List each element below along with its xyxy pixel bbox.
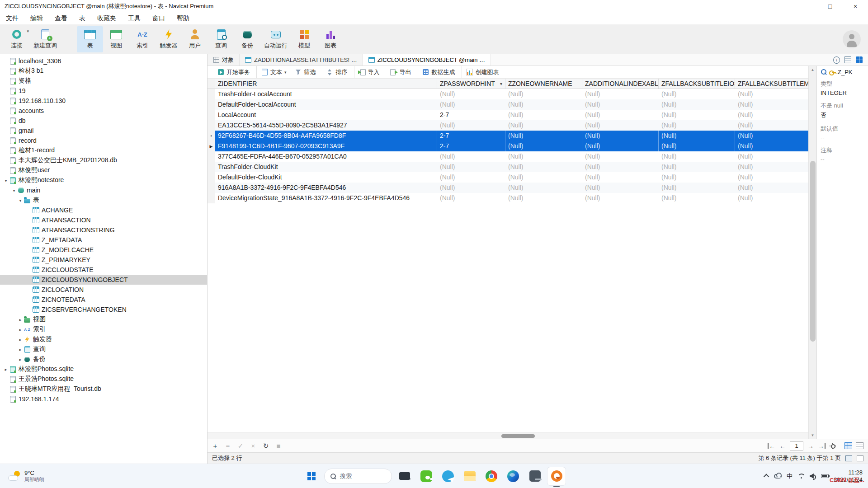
- tree-expander-icon[interactable]: ▾: [11, 188, 17, 193]
- previous-page-button[interactable]: ←: [779, 442, 786, 450]
- table-cell[interactable]: (Null): [582, 151, 659, 162]
- table-cell[interactable]: (Null): [735, 172, 810, 183]
- wifi-icon[interactable]: [797, 474, 805, 479]
- table-cell[interactable]: TrashFolder-CloudKit: [215, 162, 437, 172]
- table-cell[interactable]: (Null): [582, 193, 659, 203]
- tree-item[interactable]: 林俊熙user: [0, 165, 207, 175]
- taskbar-app-chrome[interactable]: [482, 467, 500, 485]
- table-cell[interactable]: (Null): [659, 141, 735, 151]
- form-view-toggle-icon[interactable]: [856, 442, 863, 449]
- tree-item[interactable]: 19: [0, 86, 207, 96]
- apply-changes-button[interactable]: ✓: [237, 442, 244, 450]
- table-cell[interactable]: (Null): [505, 99, 582, 110]
- taskbar-app-monitor[interactable]: [396, 467, 414, 485]
- horizontal-scrollbar-thumb[interactable]: [501, 434, 535, 438]
- toolbar-button[interactable]: 备份: [234, 26, 260, 52]
- taskbar-app-navicat[interactable]: [547, 467, 566, 485]
- panel-grid-blue-icon[interactable]: [856, 56, 863, 63]
- table-cell[interactable]: 377C465E-FDFA-446E-B670-052957A01CA0: [215, 151, 437, 162]
- tree-expander-icon[interactable]: ▾: [3, 178, 9, 183]
- first-page-button[interactable]: ←: [768, 443, 775, 449]
- menu-item[interactable]: 查看: [49, 12, 73, 24]
- grid-toolbar-button[interactable]: 导入: [354, 66, 386, 78]
- grid-toolbar-button[interactable]: 文本 ▾: [257, 66, 291, 78]
- battery-icon[interactable]: [821, 474, 829, 478]
- grid-toolbar-button[interactable]: 排序: [322, 66, 354, 78]
- table-row[interactable]: 377C465E-FDFA-446E-B670-052957A01CA0(Nul…: [208, 151, 808, 162]
- toolbar-button[interactable]: 视图: [103, 26, 129, 52]
- table-cell[interactable]: 2-7: [437, 141, 505, 151]
- filter-caret-icon[interactable]: ▾: [500, 81, 502, 86]
- table-cell[interactable]: (Null): [505, 120, 582, 131]
- toolbar-button[interactable]: 图表: [317, 26, 344, 52]
- tree-item[interactable]: ZICCLOUDSTATE: [0, 265, 207, 275]
- scroll-up-arrow-icon[interactable]: ▲: [809, 66, 816, 73]
- user-avatar[interactable]: [843, 30, 861, 48]
- table-cell[interactable]: (Null): [735, 120, 810, 131]
- tab[interactable]: ZADDITIONALASSETATTRIBUTES! …: [240, 54, 363, 66]
- tree-item[interactable]: ▸ 林浚熙Photos.sqlite: [0, 364, 207, 374]
- toolbar-button[interactable]: 查询: [208, 26, 234, 52]
- table-cell[interactable]: (Null): [735, 131, 810, 141]
- toolbar-button[interactable]: 触发器: [156, 26, 182, 52]
- menu-item[interactable]: 文件: [0, 12, 24, 24]
- statusbar-form-icon[interactable]: [857, 455, 863, 461]
- tree-item[interactable]: db: [0, 116, 207, 126]
- table-cell[interactable]: (Null): [437, 89, 505, 99]
- tree-item[interactable]: gmail: [0, 126, 207, 136]
- table-cell[interactable]: (Null): [582, 162, 659, 172]
- table-cell[interactable]: F9148199-1C6D-4B1F-9607-02093C913A9F: [215, 141, 437, 151]
- table-cell[interactable]: (Null): [735, 151, 810, 162]
- taskbar-clock[interactable]: 11:28 2022/11/24 CSDN @五...: [834, 469, 863, 483]
- table-cell[interactable]: (Null): [437, 193, 505, 203]
- column-header[interactable]: ZIDENTIFIER: [215, 79, 437, 89]
- minimize-button[interactable]: —: [792, 0, 817, 12]
- scroll-down-arrow-icon[interactable]: ▼: [809, 432, 816, 439]
- column-header[interactable]: ZFALLBACKSUBTITLEIOS: [659, 79, 735, 89]
- tree-item[interactable]: Z_MODELCACHE: [0, 245, 207, 255]
- grid-toolbar-button[interactable]: 导出: [386, 66, 418, 78]
- table-cell[interactable]: (Null): [582, 141, 659, 151]
- table-cell[interactable]: (Null): [505, 151, 582, 162]
- menu-item[interactable]: 编辑: [24, 12, 49, 24]
- table-row[interactable]: TrashFolder-LocalAccount(Null)(Null)(Nul…: [208, 89, 808, 99]
- table-cell[interactable]: EA13CCE5-5614-455D-8090-2C5B3A1F4927: [215, 120, 437, 131]
- tree-item[interactable]: 192.168.1.174: [0, 394, 207, 404]
- table-row[interactable]: LocalAccount2-7(Null)(Null)(Null)(Null): [208, 110, 808, 120]
- tree-item[interactable]: 李大辉公交巴士KMB_20201208.db: [0, 155, 207, 165]
- start-button[interactable]: [302, 467, 321, 485]
- toolbar-button[interactable]: 用户: [182, 26, 208, 52]
- table-row[interactable]: ▶ F9148199-1C6D-4B1F-9607-02093C913A9F2-…: [208, 141, 808, 151]
- tree-item[interactable]: ZICNOTEDATA: [0, 295, 207, 305]
- info-icon[interactable]: [833, 56, 840, 63]
- maximize-button[interactable]: □: [817, 0, 843, 12]
- tree-item[interactable]: Z_METADATA: [0, 235, 207, 245]
- tree-item[interactable]: accounts: [0, 106, 207, 116]
- grid-toolbar-button[interactable]: 数据生成: [418, 66, 462, 78]
- table-cell[interactable]: 2-7: [437, 131, 505, 141]
- table-cell[interactable]: (Null): [582, 120, 659, 131]
- tree-item[interactable]: ▸ 索引: [0, 324, 207, 334]
- tree-expander-icon[interactable]: ▾: [17, 198, 24, 203]
- grid-toolbar-button[interactable]: 创建图表: [462, 66, 505, 78]
- table-cell[interactable]: (Null): [437, 99, 505, 110]
- tree-item[interactable]: ▾ 林浚熙notestore: [0, 175, 207, 185]
- table-cell[interactable]: (Null): [659, 131, 735, 141]
- table-cell[interactable]: (Null): [735, 183, 810, 193]
- close-button[interactable]: ×: [843, 0, 868, 12]
- table-cell[interactable]: (Null): [735, 89, 810, 99]
- table-row[interactable]: 916A8A1B-3372-4916-9F2C-9F4EBFA4D546(Nul…: [208, 183, 808, 193]
- next-page-button[interactable]: →: [807, 442, 814, 450]
- tree-item[interactable]: 王晓琳MTR应用程_Tourist.db: [0, 384, 207, 394]
- tree-expander-icon[interactable]: ▸: [17, 347, 24, 352]
- table-cell[interactable]: DefaultFolder-LocalAccount: [215, 99, 437, 110]
- table-row[interactable]: DefaultFolder-CloudKit(Null)(Null)(Null)…: [208, 172, 808, 183]
- table-cell[interactable]: (Null): [505, 172, 582, 183]
- tree-item[interactable]: ▸ 查询: [0, 344, 207, 354]
- table-cell[interactable]: (Null): [735, 99, 810, 110]
- table-cell[interactable]: (Null): [659, 120, 735, 131]
- dropdown-caret-icon[interactable]: ▾: [284, 70, 287, 75]
- table-cell[interactable]: (Null): [437, 120, 505, 131]
- toolbar-button[interactable]: ▾ 连接: [4, 26, 30, 52]
- grid-toolbar-button[interactable]: 筛选: [291, 66, 322, 78]
